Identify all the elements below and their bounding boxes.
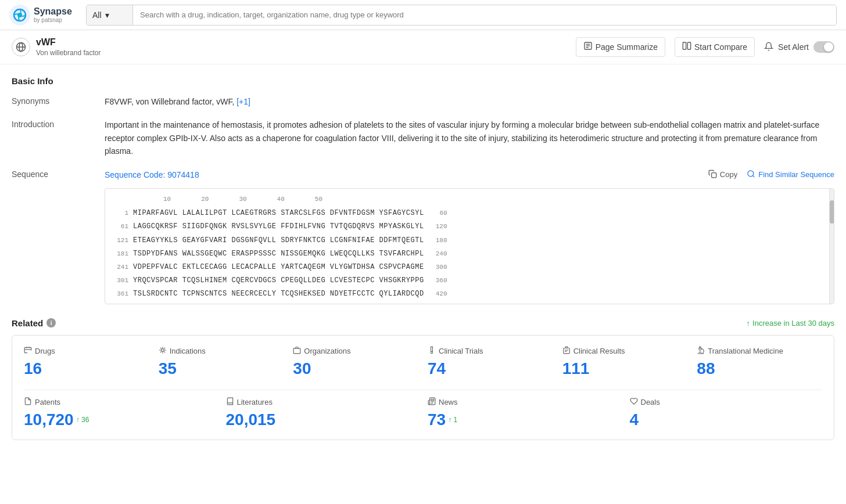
set-alert-toggle[interactable] [813, 41, 834, 53]
copy-icon [708, 168, 717, 182]
svg-rect-12 [711, 172, 716, 177]
related-item-organizations[interactable]: Organizations 30 [293, 346, 418, 378]
related-item-header: Literatures [226, 397, 419, 407]
sequence-header: Sequence Code: 9074418 Copy Find Similar… [105, 168, 834, 182]
related-item-label: Patents [35, 398, 60, 406]
related-item-header: Indications [159, 346, 284, 356]
related-section: Related i ↑ Increase in Last 30 days Dru… [12, 318, 834, 440]
related-item-indications[interactable]: Indications 35 [159, 346, 284, 378]
related-bottom-grid: Patents 10,720 ↑ 36 Literatures 20,015 N… [24, 397, 822, 429]
sequence-row: 61 LAGGCQKRSF SIIGDFQNGK RVSLSVYLGE FFDI… [112, 221, 827, 232]
page-header: vWF Von willebrand factor Page Summarize… [0, 30, 846, 64]
related-item-label: Clinical Results [573, 347, 625, 355]
related-item-count: 73 [428, 411, 446, 429]
search-dropdown[interactable]: All ▾ [87, 5, 133, 25]
seq-num: 1 [112, 208, 133, 219]
related-item-count: 30 [293, 359, 418, 378]
related-top-grid: Drugs 16 Indications 35 Organizations 30… [24, 346, 822, 378]
introduction-label: Introduction [12, 118, 105, 129]
sequence-row: 241 VDPEPFVALC EKTLCECAGG LECACPALLE YAR… [112, 262, 827, 273]
page-summarize-label: Page Summarize [596, 42, 658, 52]
synonyms-label: Synonyms [12, 95, 105, 106]
main-content: Basic Info Synonyms F8VWF, von Willebran… [0, 64, 846, 452]
find-similar-icon [747, 168, 755, 182]
related-item-patents[interactable]: Patents 10,720 ↑ 36 [24, 397, 217, 429]
related-item-label: Literatures [237, 398, 273, 406]
introduction-text: Important in the maintenance of hemostas… [105, 118, 834, 157]
related-count-sub: 10,720 ↑ 36 [24, 411, 217, 429]
synonyms-value: F8VWF, von Willebrand factor, vWF, [+1] [105, 95, 834, 108]
page-title-text: vWF Von willebrand factor [36, 37, 101, 57]
related-item-header: Clinical Results [562, 346, 688, 356]
synonyms-more-link[interactable]: [+1] [236, 97, 250, 106]
copy-button[interactable]: Copy [708, 168, 737, 182]
related-count-sub: 20,015 [226, 411, 419, 429]
increase-label-text: Increase in Last 30 days [752, 319, 834, 327]
related-item-icon-4 [562, 346, 571, 356]
start-compare-button[interactable]: Start Compare [675, 37, 755, 57]
related-item-count: 88 [697, 359, 822, 378]
related-item-label: Clinical Trials [439, 347, 483, 355]
seq-num: 181 [112, 249, 133, 260]
svg-line-14 [753, 175, 755, 177]
related-item-drugs[interactable]: Drugs 16 [24, 346, 149, 378]
related-item-count: 111 [562, 359, 688, 378]
related-item-label: Indications [170, 347, 206, 355]
related-title: Related i [12, 318, 56, 328]
find-similar-button[interactable]: Find Similar Sequence [747, 168, 834, 182]
related-item-header: Clinical Trials [428, 346, 553, 356]
sequence-code-link[interactable]: Sequence Code: 9074418 [105, 168, 199, 181]
increase-badge: ↑ 36 [76, 416, 89, 424]
related-item-clinical-trials[interactable]: Clinical Trials 74 [428, 346, 553, 378]
find-similar-label: Find Similar Sequence [758, 169, 834, 181]
related-item-literatures[interactable]: Literatures 20,015 [226, 397, 419, 429]
seq-data: LAGGCQKRSF SIIGDFQNGK RVSLSVYLGE FFDIHLF… [133, 221, 424, 232]
related-count-sub: 4 [630, 411, 823, 429]
related-info-icon[interactable]: i [46, 318, 56, 327]
seq-data: YRQCVSPCAR TCQSLHINEM CQERCVDGCS CPEGQLL… [133, 275, 424, 286]
related-item-count: 74 [428, 359, 553, 378]
related-item-header: Deals [630, 397, 823, 407]
svg-rect-11 [687, 42, 690, 49]
introduction-row: Introduction Important in the maintenanc… [12, 118, 834, 157]
copy-label: Copy [720, 169, 737, 181]
related-item-count: 20,015 [226, 411, 276, 429]
related-item-translational-medicine[interactable]: Translational Medicine 88 [697, 346, 822, 378]
related-item-count: 10,720 [24, 411, 74, 429]
basic-info-title: Basic Info [12, 76, 834, 86]
svg-point-13 [748, 170, 754, 176]
related-item-label: Deals [641, 398, 660, 406]
related-item-clinical-results[interactable]: Clinical Results 111 [562, 346, 688, 378]
seq-num-end: 420 [424, 289, 447, 300]
chevron-down-icon: ▾ [105, 10, 109, 20]
related-item-icon-3 [428, 346, 436, 356]
related-item-icon-bottom-0 [24, 397, 32, 407]
sequence-inner[interactable]: 10 20 30 40 50 1 MIPARFAGVL LALALILPGT L… [105, 189, 834, 304]
related-title-text: Related [12, 318, 43, 328]
sequence-ruler: 10 20 30 40 50 [112, 195, 827, 205]
seq-num: 241 [112, 262, 133, 273]
svg-rect-16 [293, 348, 300, 354]
start-compare-icon [682, 41, 691, 53]
seq-num-end: 240 [424, 249, 447, 260]
related-count-sub: 73 ↑ 1 [428, 411, 621, 429]
search-input[interactable] [133, 5, 836, 25]
related-divider [24, 390, 822, 390]
related-item-header: News [428, 397, 621, 407]
related-item-header: Organizations [293, 346, 418, 356]
sequence-row: 121 ETEAGYYKLS GEAYGFVARI DGSGNFQVLL SDR… [112, 235, 827, 246]
sequence-row: 301 YRQCVSPCAR TCQSLHINEM CQERCVDGCS CPE… [112, 275, 827, 286]
related-item-label: Translational Medicine [708, 347, 783, 355]
sequence-label: Sequence [12, 168, 105, 179]
related-item-deals[interactable]: Deals 4 [630, 397, 823, 429]
related-item-news[interactable]: News 73 ↑ 1 [428, 397, 621, 429]
sequence-row: Sequence Sequence Code: 9074418 Copy [12, 168, 834, 304]
page-title-area: vWF Von willebrand factor [12, 37, 101, 57]
scrollbar-thumb[interactable] [830, 200, 834, 224]
svg-rect-24 [563, 348, 569, 353]
seq-data: ETEAGYYKLS GEAYGFVARI DGSGNFQVLL SDRYFNK… [133, 235, 424, 246]
svg-point-15 [161, 348, 164, 351]
sequence-actions: Copy Find Similar Sequence [708, 168, 834, 182]
sequence-content: Sequence Code: 9074418 Copy Find Similar… [105, 168, 834, 304]
page-summarize-button[interactable]: Page Summarize [576, 37, 665, 57]
